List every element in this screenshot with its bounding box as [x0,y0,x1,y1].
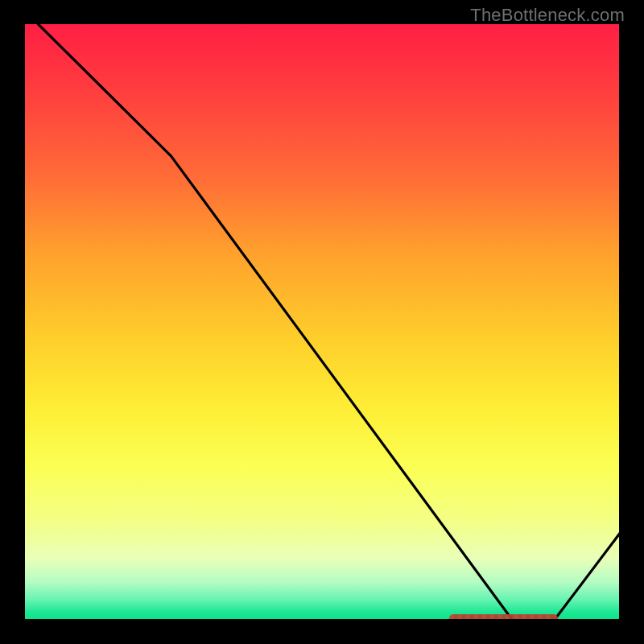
chart-page: TheBottleneck.com [0,0,644,644]
bottleneck-curve [20,24,624,624]
optimal-range-marker [449,614,558,622]
plot-area [20,24,624,624]
watermark-text: TheBottleneck.com [470,5,625,26]
line-plot-svg [20,24,624,624]
